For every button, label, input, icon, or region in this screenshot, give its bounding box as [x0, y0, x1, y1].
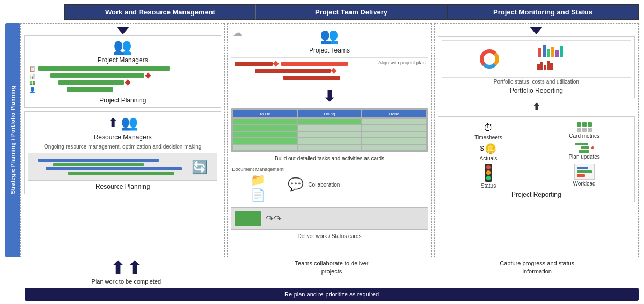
- col3-triangle: [438, 27, 635, 34]
- recycle-icon: 🔄: [192, 160, 208, 175]
- workload-label: Workload: [573, 181, 596, 187]
- gantt-bar-2: [50, 73, 144, 78]
- doc-section: Document Management 📁 📄: [232, 167, 283, 202]
- wl-row-3: [577, 174, 592, 177]
- columns-wrapper: 👥 Project Managers 📋 📊: [20, 23, 639, 257]
- wl-bar-3: [577, 174, 585, 177]
- col2-gantt-section: Align with project plan: [231, 57, 428, 84]
- bar-3: [547, 49, 550, 57]
- doc-icon: 📄: [251, 188, 265, 202]
- mini-bar-chart: [537, 60, 629, 70]
- kanban-card-11: [362, 119, 426, 124]
- rp-gantt: [38, 159, 189, 175]
- deliver-section: ↷↷: [231, 207, 428, 230]
- bottom-col-1: ⬆ ⬆ Plan work to be completed: [25, 259, 228, 286]
- col-header-2: Project Team Delivery: [255, 4, 447, 20]
- big-arrow-up-1: ⬆: [111, 259, 125, 277]
- actuals-icon-group: $ 🪙: [480, 143, 497, 154]
- project-teams-title: Project Teams: [231, 47, 428, 54]
- gsq-3: [588, 122, 592, 127]
- d-bar-3: [544, 65, 546, 70]
- resource-managers-section: ⬆ 👥 Resource Managers Ongoing resource m…: [24, 111, 221, 194]
- portfolio-reporting-section: Portfolio status, costs and utilization …: [438, 36, 635, 98]
- grid-icon: 📊: [29, 73, 36, 79]
- gsq-4: [577, 128, 581, 132]
- kanban-cols: [233, 119, 426, 150]
- plan-updates-item: Plan updates: [537, 143, 631, 161]
- bar-2: [543, 45, 546, 57]
- gantt-row-1: 📋: [29, 66, 216, 71]
- checklist-icon: 📋: [29, 66, 36, 72]
- gantt-chart: 📋 📊 💵: [28, 64, 217, 94]
- tg-row-2: [235, 68, 424, 73]
- project-reporting-section: ⏱ Timesheets: [438, 116, 635, 202]
- traffic-light-icon: [485, 164, 492, 182]
- bottom-col-2: Teams collaborate to deliver projects: [230, 259, 434, 286]
- kanban-todo-header: To Do: [233, 110, 296, 117]
- card-metrics-icon: [577, 122, 592, 132]
- arrow-up-icon: ⬆: [108, 116, 118, 130]
- replan-row: Re-plan and re-prioritize as required: [25, 288, 639, 301]
- bar-1: [538, 48, 541, 57]
- bar-6: [560, 46, 563, 57]
- project-reporting-title: Project Reporting: [442, 191, 631, 198]
- column-1: 👥 Project Managers 📋 📊: [20, 23, 225, 257]
- kanban-header: To Do Doing Done: [233, 110, 426, 117]
- kanban-card-5: [233, 145, 296, 150]
- chat-icon: 💬: [288, 177, 304, 192]
- resource-managers-title: Resource Managers: [28, 134, 217, 141]
- kanban-card-4: [233, 138, 296, 144]
- workload-mini-chart: [576, 165, 593, 178]
- reporting-grid: ⏱ Timesheets: [442, 122, 631, 189]
- column-headers: Work and Resource Management Project Tea…: [64, 4, 639, 20]
- kanban-card-13: [362, 132, 426, 137]
- gantt-bar-3: [58, 80, 124, 85]
- bottom-arrows-1: ⬆ ⬆: [111, 259, 142, 277]
- kanban-col-todo: [233, 119, 296, 150]
- deliver-arrows-icon: ↷↷: [266, 213, 282, 225]
- resource-planning-label: Resource Planning: [28, 183, 217, 190]
- resource-header: ⬆ 👥: [28, 115, 217, 131]
- build-label: Build out detailed tasks and activities …: [231, 155, 428, 161]
- workload-item: Workload: [537, 164, 631, 189]
- card-metrics-item: Card metrics: [537, 122, 631, 140]
- kanban-card-10: [298, 145, 361, 150]
- kanban-board: To Do Doing Done: [231, 108, 428, 152]
- dash-right: [537, 42, 629, 76]
- wl-row-2: [577, 170, 592, 173]
- bottom-labels-row: ⬆ ⬆ Plan work to be completed Teams coll…: [25, 259, 639, 286]
- portfolio-status-label: Portfolio status, costs and utilization: [442, 79, 631, 85]
- d-bar-5: [550, 63, 553, 70]
- donut-chart: [480, 49, 499, 69]
- d-bar-1: [537, 64, 540, 70]
- bottom-area: ⬆ ⬆ Plan work to be completed Teams coll…: [5, 259, 639, 301]
- gsq-2: [582, 122, 587, 127]
- dollar-icon: 💵: [29, 80, 36, 86]
- resource-managers-icon: 👥: [121, 115, 138, 131]
- kanban-card-7: [298, 125, 361, 131]
- kanban-doing-header: Doing: [298, 110, 361, 117]
- bottom-text-3: Capture progress and status information: [497, 259, 577, 276]
- actuals-item: $ 🪙 Actuals: [442, 143, 536, 161]
- kanban-card-14: [362, 138, 426, 144]
- column-3: Portfolio status, costs and utilization …: [434, 23, 639, 257]
- doc-area: Document Management 📁 📄 💬 Collaboration: [231, 165, 428, 204]
- down-arrow: ⬇: [231, 87, 428, 105]
- clock-icon: ⏱: [484, 122, 493, 134]
- kanban-card-3: [233, 132, 296, 137]
- project-managers-icon: 👥: [28, 39, 217, 54]
- gantt-row-4: 👤: [29, 87, 216, 92]
- gsb-row-2: [575, 146, 594, 149]
- wl-row-1: [577, 166, 592, 169]
- deliver-label: Deliver work / Status cards: [231, 233, 428, 239]
- tg-diamond-2: [331, 68, 336, 73]
- kanban-card-2: [233, 125, 296, 131]
- resource-plan-chart: 🔄: [38, 159, 208, 175]
- gsq-1: [577, 122, 581, 127]
- dashboard-mock: [442, 40, 631, 78]
- kanban-card-12: [362, 125, 426, 131]
- tl-yellow: [486, 170, 491, 175]
- kanban-done-header: Done: [362, 110, 426, 117]
- strategic-label-col: Strategic Planning / Portfolio Planning: [5, 23, 20, 257]
- gantt-bar-4: [67, 87, 113, 92]
